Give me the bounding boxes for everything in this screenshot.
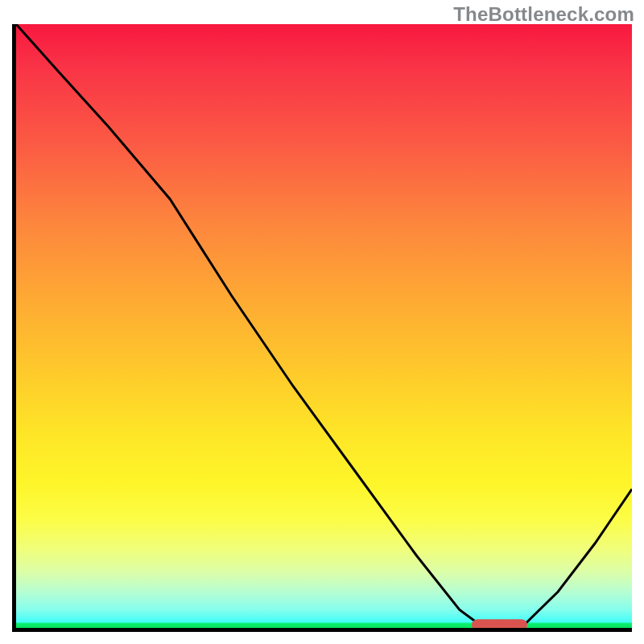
plot-area [12,24,632,632]
chart-container: TheBottleneck.com [0,0,644,644]
chart-svg [16,24,632,628]
watermark-text: TheBottleneck.com [453,3,634,26]
optimum-marker [472,619,527,628]
curve-line [16,24,632,628]
